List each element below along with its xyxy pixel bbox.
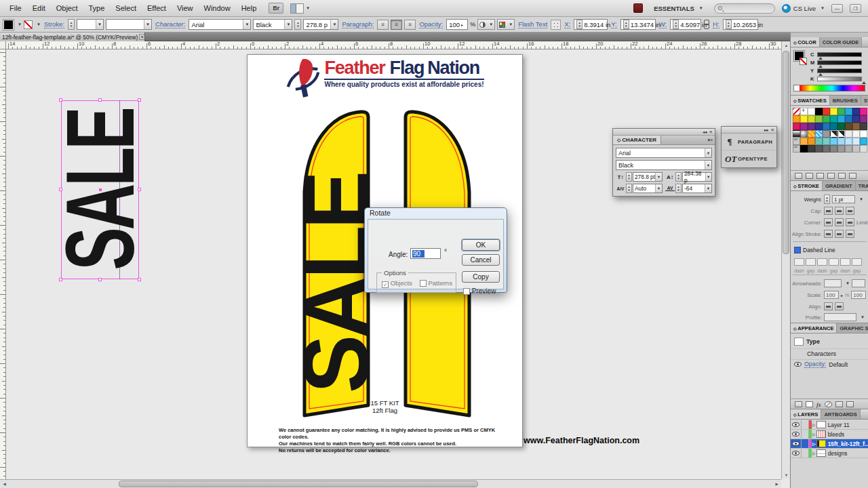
stroke-weight-stepper[interactable] bbox=[68, 19, 75, 30]
menu-effect[interactable]: Effect bbox=[142, 0, 172, 16]
variable-width-profile-combo[interactable]: ▼ bbox=[106, 19, 152, 30]
opacity-mask-button[interactable]: ▼ bbox=[477, 19, 495, 30]
expand-triangle-icon[interactable]: ▷ bbox=[812, 441, 816, 446]
tab-appearance[interactable]: APPEARANCE bbox=[791, 323, 837, 333]
expand-triangle-icon[interactable]: ▷ bbox=[812, 422, 816, 427]
scroll-left-icon[interactable]: ◀ bbox=[0, 480, 9, 488]
objects-checkbox-row[interactable]: ✓ Objects bbox=[382, 279, 412, 288]
reference-point-locator[interactable] bbox=[551, 20, 561, 30]
color-spectrum-bar[interactable] bbox=[793, 85, 865, 92]
w-label[interactable]: W: bbox=[659, 21, 667, 28]
character-font-style-combo[interactable]: Black▼ bbox=[616, 160, 712, 170]
close-icon[interactable]: ✕ bbox=[139, 34, 145, 40]
dash-input[interactable] bbox=[817, 258, 827, 266]
projecting-cap-button[interactable] bbox=[846, 207, 854, 215]
logo[interactable]: FeatherFlagNation Where quality products… bbox=[248, 58, 522, 100]
swatch[interactable] bbox=[823, 130, 830, 138]
h-input[interactable]: 10.2653 in bbox=[723, 19, 758, 30]
swatch[interactable] bbox=[852, 145, 860, 152]
swatch[interactable] bbox=[823, 145, 830, 152]
selection-handle[interactable] bbox=[138, 278, 141, 281]
menu-select[interactable]: Select bbox=[110, 0, 142, 16]
kerning-combo[interactable]: Auto▼ bbox=[633, 184, 663, 193]
h-stepper[interactable] bbox=[726, 20, 732, 29]
align-left-button[interactable]: ≡ bbox=[377, 20, 389, 30]
swatch[interactable] bbox=[860, 123, 867, 130]
tab-character[interactable]: CHARACTER bbox=[613, 136, 661, 144]
align-center-stroke-button[interactable] bbox=[824, 230, 833, 238]
duplicate-item-icon[interactable] bbox=[835, 401, 843, 407]
layer-row[interactable]: ▷Layer 11 bbox=[791, 420, 868, 430]
visibility-eye-icon[interactable] bbox=[792, 422, 800, 427]
delete-item-icon[interactable] bbox=[846, 401, 854, 407]
tracking-stepper[interactable] bbox=[675, 184, 682, 193]
visibility-eye-icon[interactable] bbox=[792, 432, 800, 436]
y-label[interactable]: Y: bbox=[611, 21, 616, 28]
preview-checkbox[interactable] bbox=[463, 288, 470, 295]
new-swatch-icon[interactable] bbox=[838, 173, 846, 179]
stroke-weight-combo[interactable]: ▼ bbox=[77, 19, 104, 30]
close-icon[interactable]: ✕ bbox=[709, 129, 713, 136]
swatch[interactable] bbox=[852, 130, 860, 138]
ok-button[interactable]: OK bbox=[462, 239, 500, 251]
new-color-group-icon[interactable] bbox=[827, 173, 835, 179]
bevel-join-button[interactable] bbox=[846, 218, 854, 226]
gap-input[interactable] bbox=[806, 258, 816, 266]
opacity-label[interactable]: Opacity: bbox=[419, 21, 443, 28]
h-label[interactable]: H: bbox=[713, 21, 719, 28]
butt-cap-button[interactable] bbox=[824, 207, 833, 215]
font-size-stepper[interactable] bbox=[626, 172, 632, 182]
swatch[interactable] bbox=[837, 138, 845, 145]
close-icon[interactable]: ✕ bbox=[771, 127, 774, 134]
vertical-scrollbar[interactable]: ▲ ▼ bbox=[781, 41, 790, 479]
opacity-link[interactable]: Opacity: bbox=[804, 361, 826, 368]
swatch[interactable] bbox=[852, 138, 860, 145]
swatch[interactable] bbox=[852, 123, 860, 130]
minimize-button[interactable]: — bbox=[831, 4, 843, 13]
selection-handle[interactable] bbox=[98, 278, 102, 281]
panel-menu-icon[interactable]: ▾≡ bbox=[705, 136, 715, 144]
visibility-eye-icon[interactable] bbox=[794, 362, 802, 367]
swatch-libraries-icon[interactable] bbox=[795, 173, 802, 179]
swatch[interactable] bbox=[845, 108, 852, 115]
tab-artboards[interactable]: ARTBOARDS bbox=[821, 409, 861, 419]
scroll-down-icon[interactable]: ▼ bbox=[782, 471, 790, 479]
swatch[interactable] bbox=[845, 138, 852, 145]
bridge-button[interactable]: Br bbox=[269, 3, 283, 14]
vertical-scroll-thumb[interactable] bbox=[783, 51, 789, 254]
recolor-artwork-button[interactable]: ▼ bbox=[497, 19, 515, 30]
add-effect-icon[interactable]: fx bbox=[816, 401, 821, 407]
swatch[interactable] bbox=[793, 145, 800, 152]
dashed-line-checkbox[interactable] bbox=[794, 247, 801, 253]
objects-checkbox[interactable]: ✓ bbox=[382, 281, 389, 288]
visibility-cell[interactable] bbox=[791, 430, 802, 439]
flash-text-link[interactable]: Flash Text bbox=[518, 21, 547, 28]
chevron-down-icon[interactable]: ▼ bbox=[859, 197, 863, 201]
swatch[interactable] bbox=[815, 145, 823, 152]
angle-input[interactable]: 90 bbox=[410, 248, 441, 259]
collapse-to-icons-icon[interactable]: ◂◂ bbox=[703, 129, 707, 136]
dialog-title[interactable]: Rotate bbox=[365, 208, 507, 218]
layer-row[interactable]: ▷15ft_kit-12ft_f... bbox=[791, 439, 868, 449]
align-inside-stroke-button[interactable] bbox=[835, 230, 844, 238]
constrain-proportions-icon[interactable] bbox=[703, 20, 709, 29]
swatch[interactable] bbox=[837, 108, 845, 115]
swatch[interactable] bbox=[808, 123, 815, 130]
swatch[interactable] bbox=[860, 138, 867, 145]
horizontal-scroll-thumb[interactable] bbox=[119, 481, 478, 487]
selection-handle[interactable] bbox=[59, 278, 62, 281]
arrowhead-end-combo[interactable] bbox=[852, 279, 865, 287]
vertical-ruler[interactable] bbox=[0, 49, 6, 479]
menu-window[interactable]: Window bbox=[199, 0, 236, 16]
swatch[interactable] bbox=[800, 130, 808, 138]
swatch[interactable] bbox=[823, 108, 830, 115]
swatch[interactable] bbox=[800, 123, 808, 130]
slider-marker[interactable] bbox=[862, 81, 866, 84]
visibility-eye-icon[interactable] bbox=[792, 441, 800, 446]
align-outside-stroke-button[interactable] bbox=[846, 230, 854, 238]
scale-end-value[interactable]: 100 bbox=[851, 291, 866, 299]
opentype-panel-button[interactable]: OT OPENTYPE bbox=[722, 150, 776, 167]
x-input[interactable]: 8.3914 in bbox=[574, 19, 608, 30]
menu-object[interactable]: Object bbox=[51, 0, 83, 16]
visibility-eye-icon[interactable] bbox=[792, 451, 800, 455]
